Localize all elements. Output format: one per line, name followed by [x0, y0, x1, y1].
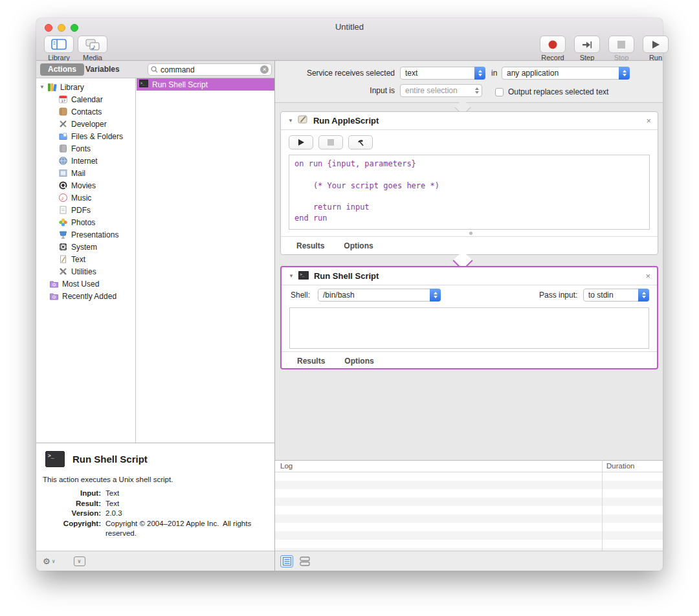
- pass-input-dropdown[interactable]: to stdin: [583, 289, 649, 302]
- sidebar-item-movies[interactable]: Movies: [36, 179, 135, 192]
- description-field-input: Input:Text: [36, 489, 269, 499]
- application-dropdown[interactable]: any application: [502, 67, 630, 80]
- library-button[interactable]: [44, 36, 74, 53]
- sidebar-item-recently-added[interactable]: Recently Added: [36, 290, 135, 302]
- media-icon: ♪: [85, 39, 100, 50]
- disclosure-triangle-icon[interactable]: ▼: [289, 273, 294, 279]
- sidebar-item-system[interactable]: System: [36, 241, 135, 253]
- script-stop-button[interactable]: [318, 135, 343, 149]
- output-replaces-label: Output replaces selected text: [508, 87, 608, 96]
- description-field-result: Result:Text: [36, 499, 269, 509]
- sidebar-item-label: Text: [71, 255, 85, 264]
- sidebar-item-label: Presentations: [71, 230, 118, 239]
- workflow-pane: Service receives selected text in any ap…: [274, 61, 663, 571]
- svg-text:♪: ♪: [61, 195, 65, 201]
- disclosure-triangle-icon[interactable]: ▼: [39, 84, 46, 90]
- sidebar-item-files-folders[interactable]: Files & Folders: [36, 130, 135, 142]
- shell-script-editor[interactable]: [289, 307, 649, 349]
- system-gear-icon: [58, 242, 68, 252]
- description-field-version: Version:2.0.3: [36, 509, 269, 519]
- run-icon: [652, 40, 660, 49]
- run-applescript-header[interactable]: ▼ Run AppleScript ×: [281, 112, 658, 130]
- sidebar-item-calendar[interactable]: 17 Calendar: [36, 93, 135, 105]
- close-action-icon[interactable]: ×: [646, 116, 651, 126]
- sidebar-item-photos[interactable]: Photos: [36, 216, 135, 228]
- pdf-page-icon: [58, 205, 68, 215]
- pass-input-label: Pass input:: [539, 291, 577, 300]
- script-run-button[interactable]: [289, 135, 313, 149]
- service-receives-dropdown[interactable]: text: [400, 67, 485, 80]
- action-description-panel: >_ Run Shell Script This action executes…: [36, 443, 274, 551]
- media-button[interactable]: ♪: [78, 36, 107, 53]
- terminal-icon: >_: [298, 270, 309, 282]
- sidebar-item-label: Contacts: [71, 107, 102, 116]
- sidebar-item-label: Developer: [71, 120, 107, 129]
- log-column-header[interactable]: Log: [280, 462, 293, 470]
- description-summary: This action executes a Unix shell script…: [43, 476, 173, 483]
- show-log-button[interactable]: [280, 555, 293, 567]
- sidebar-item-internet[interactable]: Internet: [36, 155, 135, 167]
- sidebar-item-contacts[interactable]: Contacts: [36, 105, 135, 118]
- search-input[interactable]: command ✕: [148, 63, 272, 76]
- fonts-icon: [58, 144, 68, 153]
- record-icon: [548, 40, 557, 49]
- photos-icon: [58, 217, 68, 227]
- stop-icon: [617, 41, 625, 49]
- applescript-code-editor[interactable]: on run {input, parameters} (* Your scrip…: [289, 155, 650, 230]
- results-button[interactable]: Results: [297, 357, 325, 366]
- folder-icon: [58, 131, 68, 141]
- show-variables-button[interactable]: [298, 555, 311, 567]
- run-shell-script-action: ▼ >_ Run Shell Script × Shell: /bin/bash…: [280, 266, 658, 369]
- action-row-run-shell-script[interactable]: >_ Run Shell Script: [137, 78, 274, 91]
- shell-label: Shell:: [291, 291, 310, 300]
- stop-button[interactable]: [608, 36, 634, 53]
- search-icon: [151, 66, 158, 73]
- clear-search-icon[interactable]: ✕: [260, 65, 269, 74]
- step-button[interactable]: [574, 36, 600, 53]
- globe-icon: [58, 156, 68, 166]
- titlebar-toolbar: Untitled Library ♪ Media Record: [36, 18, 663, 61]
- sidebar-item-utilities[interactable]: Utilities: [36, 265, 135, 278]
- record-button[interactable]: [540, 36, 566, 53]
- workflow-bottom-bar: [275, 551, 663, 571]
- resize-handle[interactable]: [469, 232, 472, 235]
- sidebar-item-text[interactable]: Text: [36, 253, 135, 265]
- script-compile-button[interactable]: [348, 135, 373, 149]
- svg-text:>_: >_: [300, 272, 304, 277]
- disclosure-triangle-icon[interactable]: ▼: [288, 118, 293, 124]
- sidebar-item-fonts[interactable]: Fonts: [36, 142, 135, 155]
- log-table-header: Log Duration: [275, 460, 663, 472]
- tab-actions[interactable]: Actions: [40, 63, 84, 76]
- sidebar-item-label: Movies: [71, 181, 96, 190]
- sidebar-item-mail[interactable]: Mail: [36, 167, 135, 179]
- panel-tabs-row: Actions Variables command ✕: [36, 61, 274, 78]
- sidebar-item-library[interactable]: ▼ Library: [36, 81, 135, 93]
- input-is-dropdown[interactable]: entire selection: [400, 84, 482, 97]
- run-button[interactable]: [643, 36, 669, 53]
- service-config-bar: Service receives selected text in any ap…: [275, 61, 663, 103]
- utilities-icon: [58, 267, 68, 276]
- sidebar-item-label: System: [71, 243, 97, 252]
- sidebar-item-music[interactable]: ♪ Music: [36, 192, 135, 204]
- close-action-icon[interactable]: ×: [645, 271, 650, 281]
- tab-variables[interactable]: Variables: [85, 65, 120, 74]
- shell-dropdown[interactable]: /bin/bash: [318, 289, 441, 302]
- svg-text:17: 17: [61, 99, 66, 103]
- duration-column-header[interactable]: Duration: [606, 462, 634, 470]
- sidebar-item-pdfs[interactable]: PDFs: [36, 204, 135, 216]
- sidebar-item-presentations[interactable]: Presentations: [36, 228, 135, 241]
- action-title: Run AppleScript: [313, 116, 379, 126]
- output-replaces-checkbox[interactable]: [495, 88, 504, 96]
- sidebar-item-most-used[interactable]: Most Used: [36, 278, 135, 290]
- sidebar-bottom-bar: ⚙ ∨ ∨: [36, 551, 274, 571]
- run-shell-script-header[interactable]: ▼ >_ Run Shell Script ×: [282, 267, 657, 285]
- description-field-copyright: Copyright:Copyright © 2004–2012 Apple In…: [36, 519, 269, 539]
- options-button[interactable]: Options: [344, 241, 373, 250]
- options-button[interactable]: Options: [344, 357, 373, 366]
- action-gear-menu[interactable]: ⚙ ∨: [43, 556, 56, 566]
- sidebar-item-label: Utilities: [71, 267, 96, 276]
- sidebar-item-developer[interactable]: Developer: [36, 118, 135, 130]
- results-button[interactable]: Results: [296, 241, 324, 250]
- log-table-rows: [275, 472, 663, 551]
- toggle-description-panel-button[interactable]: ∨: [74, 556, 85, 566]
